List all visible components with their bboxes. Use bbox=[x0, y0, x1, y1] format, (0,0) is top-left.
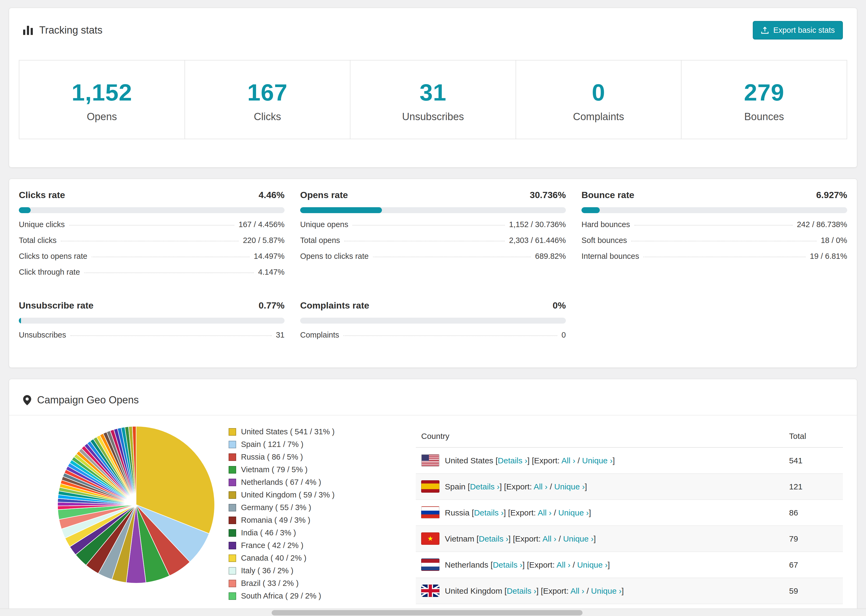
details-link[interactable]: Details › bbox=[474, 508, 504, 517]
rate-detail-rows: Hard bounces242 / 86.738%Soft bounces18 … bbox=[581, 220, 847, 261]
country-total: 67 bbox=[784, 552, 843, 578]
legend-color-swatch bbox=[228, 428, 236, 436]
export-all-link[interactable]: All › bbox=[538, 508, 552, 517]
rate-row-label: Click through rate bbox=[19, 268, 80, 277]
legend-item[interactable]: Spain ( 121 / 7% ) bbox=[228, 440, 416, 449]
export-all-link[interactable]: All › bbox=[534, 482, 548, 491]
geo-table-row: Russia [Details ›] [Export: All › / Uniq… bbox=[416, 500, 843, 526]
export-unique-link[interactable]: Unique › bbox=[591, 586, 622, 595]
rate-detail-row: Internal bounces19 / 6.81% bbox=[581, 252, 847, 261]
legend-item[interactable]: Italy ( 36 / 2% ) bbox=[228, 566, 416, 575]
geo-table-row: United Kingdom [Details ›] [Export: All … bbox=[416, 578, 843, 604]
rate-row-value: 220 / 5.87% bbox=[243, 236, 285, 245]
campaign-geo-opens-title: Campaign Geo Opens bbox=[23, 394, 139, 406]
rate-card: Complaints rate 0% Complaints0 bbox=[300, 300, 566, 339]
bracket-text: ] bbox=[589, 508, 591, 517]
bracket-text: ] bbox=[612, 456, 615, 465]
bar-chart-icon bbox=[23, 26, 33, 35]
rate-row-value: 18 / 0% bbox=[821, 236, 847, 245]
export-unique-link[interactable]: Unique › bbox=[577, 560, 608, 569]
export-basic-stats-button[interactable]: Export basic stats bbox=[753, 21, 843, 39]
legend-label: Germany ( 55 / 3% ) bbox=[241, 503, 311, 512]
rate-row-value: 167 / 4.456% bbox=[239, 220, 285, 229]
rate-title: Bounce rate bbox=[581, 190, 635, 200]
rate-detail-row: Total opens2,303 / 61.446% bbox=[300, 236, 566, 245]
rate-value: 30.736% bbox=[530, 190, 566, 200]
legend-item[interactable]: Brazil ( 33 / 2% ) bbox=[228, 579, 416, 588]
dotted-leader bbox=[61, 241, 239, 241]
dotted-leader bbox=[631, 241, 816, 241]
legend-item[interactable]: France ( 42 / 2% ) bbox=[228, 541, 416, 550]
details-link[interactable]: Details › bbox=[498, 456, 527, 465]
country-flag-icon bbox=[421, 533, 439, 545]
export-prefix-text: ] [Export: bbox=[504, 508, 538, 517]
bracket-text: ] bbox=[622, 586, 624, 595]
details-link[interactable]: Details › bbox=[479, 534, 508, 543]
rate-head: Clicks rate 4.46% bbox=[19, 190, 285, 200]
horizontal-scrollbar-thumb[interactable] bbox=[272, 610, 583, 616]
rate-title: Unsubscribe rate bbox=[19, 300, 94, 311]
legend-color-swatch bbox=[228, 479, 236, 486]
rate-progress-fill bbox=[19, 207, 31, 213]
dotted-leader bbox=[71, 335, 272, 336]
legend-color-swatch bbox=[228, 555, 236, 562]
export-all-link[interactable]: All › bbox=[542, 534, 556, 543]
dotted-leader bbox=[373, 257, 531, 257]
dotted-leader bbox=[344, 241, 505, 241]
details-link[interactable]: Details › bbox=[507, 586, 536, 595]
legend-label: Canada ( 40 / 2% ) bbox=[241, 554, 306, 563]
legend-label: United Kingdom ( 59 / 3% ) bbox=[241, 490, 335, 499]
rate-row-value: 19 / 6.81% bbox=[810, 252, 847, 261]
legend-item[interactable]: United States ( 541 / 31% ) bbox=[228, 427, 416, 436]
legend-color-swatch bbox=[228, 529, 236, 537]
export-unique-link[interactable]: Unique › bbox=[563, 534, 594, 543]
legend-item[interactable]: Romania ( 49 / 3% ) bbox=[228, 516, 416, 525]
horizontal-scrollbar-track[interactable] bbox=[0, 608, 866, 616]
rate-row-value: 2,303 / 61.446% bbox=[509, 236, 566, 245]
legend-label: South Africa ( 29 / 2% ) bbox=[241, 592, 321, 600]
country-name: Netherlands bbox=[445, 560, 488, 569]
legend-color-swatch bbox=[228, 466, 236, 473]
legend-label: India ( 46 / 3% ) bbox=[241, 528, 296, 537]
rate-detail-row: Clicks to opens rate14.497% bbox=[19, 252, 285, 261]
legend-item[interactable]: United Kingdom ( 59 / 3% ) bbox=[228, 490, 416, 499]
summary-stat-label: Clicks bbox=[185, 111, 350, 123]
legend-item[interactable]: Canada ( 40 / 2% ) bbox=[228, 554, 416, 563]
tracking-stats-title: Tracking stats bbox=[23, 24, 102, 36]
campaign-geo-opens-card: Campaign Geo Opens United States ( 541 /… bbox=[9, 379, 857, 616]
legend-color-swatch bbox=[228, 592, 236, 600]
rate-row-value: 14.497% bbox=[254, 252, 285, 261]
export-unique-link[interactable]: Unique › bbox=[554, 482, 585, 491]
legend-color-swatch bbox=[228, 504, 236, 511]
legend-item[interactable]: South Africa ( 29 / 2% ) bbox=[228, 592, 416, 600]
legend-item[interactable]: Germany ( 55 / 3% ) bbox=[228, 503, 416, 512]
geo-legend: United States ( 541 / 31% ) Spain ( 121 … bbox=[228, 420, 416, 604]
legend-item[interactable]: Netherlands ( 67 / 4% ) bbox=[228, 478, 416, 487]
campaign-geo-opens-content: United States ( 541 / 31% ) Spain ( 121 … bbox=[9, 415, 857, 616]
slash-text: / bbox=[552, 508, 558, 517]
details-link[interactable]: Details › bbox=[470, 482, 499, 491]
geo-table-header-country: Country bbox=[416, 420, 784, 448]
export-unique-link[interactable]: Unique › bbox=[582, 456, 612, 465]
rate-row-value: 242 / 86.738% bbox=[797, 220, 847, 229]
export-all-link[interactable]: All › bbox=[562, 456, 576, 465]
export-unique-link[interactable]: Unique › bbox=[558, 508, 589, 517]
export-all-link[interactable]: All › bbox=[570, 586, 584, 595]
slash-text: / bbox=[556, 534, 563, 543]
campaign-geo-opens-header: Campaign Geo Opens bbox=[9, 379, 857, 415]
rate-row-value: 4.147% bbox=[258, 268, 285, 277]
rate-detail-row: Unsubscribes31 bbox=[19, 331, 285, 339]
details-link[interactable]: Details › bbox=[493, 560, 522, 569]
rate-progress-bar bbox=[300, 318, 566, 324]
legend-item[interactable]: India ( 46 / 3% ) bbox=[228, 528, 416, 537]
country-name: United States bbox=[445, 456, 493, 465]
country-name: Vietnam bbox=[445, 534, 474, 543]
legend-item[interactable]: Russia ( 86 / 5% ) bbox=[228, 453, 416, 462]
rate-title: Complaints rate bbox=[300, 300, 369, 311]
country-cell: Russia [Details ›] [Export: All › / Uniq… bbox=[421, 506, 778, 519]
rate-detail-row: Click through rate4.147% bbox=[19, 268, 285, 277]
country-flag-icon bbox=[421, 480, 439, 493]
dotted-leader bbox=[343, 335, 557, 336]
legend-item[interactable]: Vietnam ( 79 / 5% ) bbox=[228, 465, 416, 474]
export-all-link[interactable]: All › bbox=[556, 560, 570, 569]
